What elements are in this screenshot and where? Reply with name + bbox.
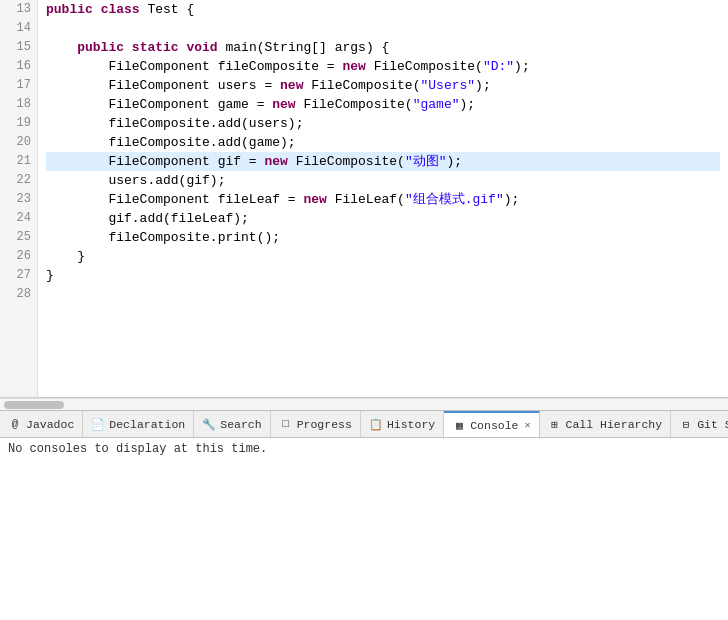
declaration-label: Declaration [109, 418, 185, 431]
code-line [46, 19, 720, 38]
code-line: FileComponent game = new FileComposite("… [46, 95, 720, 114]
history-icon: 📋 [369, 417, 383, 431]
code-line: gif.add(fileLeaf); [46, 209, 720, 228]
console-close[interactable]: ✕ [525, 419, 531, 431]
line-number: 27 [6, 266, 31, 285]
line-number: 16 [6, 57, 31, 76]
tab-call-hierarchy[interactable]: ⊞Call Hierarchy [540, 411, 672, 437]
code-editor: 13141516171819202122232425262728 public … [0, 0, 728, 398]
code-line: } [46, 247, 720, 266]
code-line: fileComposite.add(game); [46, 133, 720, 152]
history-label: History [387, 418, 435, 431]
code-line: } [46, 266, 720, 285]
tab-history[interactable]: 📋History [361, 411, 444, 437]
line-number: 24 [6, 209, 31, 228]
h-scrollbar[interactable] [0, 398, 728, 410]
line-numbers: 13141516171819202122232425262728 [0, 0, 38, 397]
tab-bar: @Javadoc📄Declaration🔧Search□Progress📋His… [0, 410, 728, 438]
tab-git-staging[interactable]: ⊟Git Staging [671, 411, 728, 437]
call-hierarchy-icon: ⊞ [548, 417, 562, 431]
line-number: 18 [6, 95, 31, 114]
line-number: 23 [6, 190, 31, 209]
line-number: 20 [6, 133, 31, 152]
javadoc-icon: @ [8, 417, 22, 431]
line-number: 21 [6, 152, 31, 171]
console-area: No consoles to display at this time. [0, 438, 728, 602]
line-number: 22 [6, 171, 31, 190]
progress-icon: □ [279, 417, 293, 431]
console-message: No consoles to display at this time. [8, 442, 267, 456]
code-line: FileComponent users = new FileComposite(… [46, 76, 720, 95]
tab-progress[interactable]: □Progress [271, 411, 361, 437]
tab-search[interactable]: 🔧Search [194, 411, 270, 437]
search-label: Search [220, 418, 261, 431]
code-line: public static void main(String[] args) { [46, 38, 720, 57]
line-number: 15 [6, 38, 31, 57]
code-line: FileComponent fileLeaf = new FileLeaf("组… [46, 190, 720, 209]
code-line: FileComponent fileComposite = new FileCo… [46, 57, 720, 76]
call-hierarchy-label: Call Hierarchy [566, 418, 663, 431]
declaration-icon: 📄 [91, 417, 105, 431]
code-line [46, 285, 720, 304]
progress-label: Progress [297, 418, 352, 431]
javadoc-label: Javadoc [26, 418, 74, 431]
line-number: 26 [6, 247, 31, 266]
git-staging-label: Git Staging [697, 418, 728, 431]
git-staging-icon: ⊟ [679, 417, 693, 431]
tab-console[interactable]: ▦Console✕ [444, 411, 539, 437]
code-line: public class Test { [46, 0, 720, 19]
search-icon: 🔧 [202, 417, 216, 431]
code-content: public class Test { public static void m… [38, 0, 728, 397]
line-number: 28 [6, 285, 31, 304]
code-line: FileComponent gif = new FileComposite("动… [46, 152, 720, 171]
line-number: 25 [6, 228, 31, 247]
line-number: 19 [6, 114, 31, 133]
h-scrollbar-thumb[interactable] [4, 401, 64, 409]
console-label: Console [470, 419, 518, 432]
bottom-panel: @Javadoc📄Declaration🔧Search□Progress📋His… [0, 410, 728, 602]
tab-declaration[interactable]: 📄Declaration [83, 411, 194, 437]
console-icon: ▦ [452, 418, 466, 432]
code-line: users.add(gif); [46, 171, 720, 190]
code-line: fileComposite.print(); [46, 228, 720, 247]
line-number: 14 [6, 19, 31, 38]
line-number: 13 [6, 0, 31, 19]
line-number: 17 [6, 76, 31, 95]
code-line: fileComposite.add(users); [46, 114, 720, 133]
tab-javadoc[interactable]: @Javadoc [0, 411, 83, 437]
